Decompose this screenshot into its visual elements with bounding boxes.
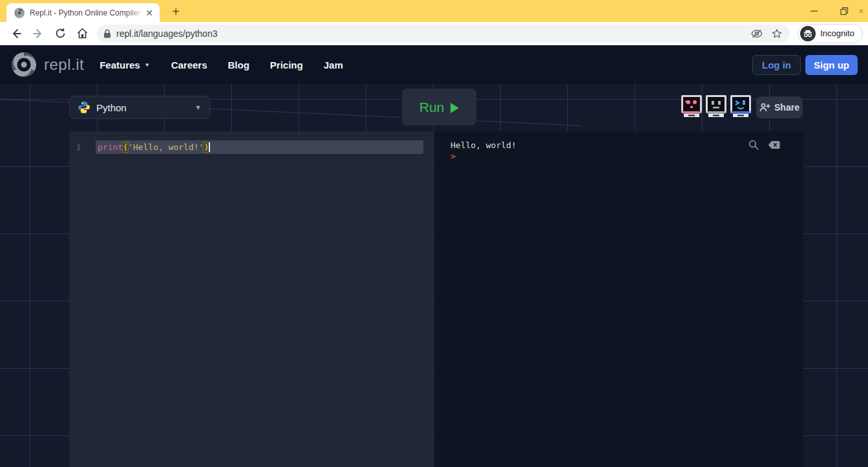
nav-jam-label: Jam xyxy=(324,60,343,71)
play-icon xyxy=(450,103,459,113)
nav-pricing[interactable]: Pricing xyxy=(270,60,303,71)
avatar-wink-face[interactable] xyxy=(730,94,752,118)
replit-swirl-icon xyxy=(10,51,37,78)
language-select[interactable]: Python ▼ xyxy=(69,96,210,119)
tab-strip: Repl.it - Python Online Compiler ✕ + xyxy=(0,0,868,22)
nav-blog-label: Blog xyxy=(228,60,249,71)
window-minimize-icon[interactable] xyxy=(799,0,829,22)
console-actions xyxy=(748,140,780,150)
search-icon[interactable] xyxy=(748,140,759,150)
login-button[interactable]: Log in xyxy=(752,55,801,75)
active-code-line[interactable]: print('Hello, world!') xyxy=(96,140,423,154)
avatar-neutral-face[interactable] xyxy=(705,94,727,118)
forward-icon[interactable] xyxy=(28,24,48,43)
line-number: 1 xyxy=(69,143,96,152)
chevron-down-icon: ▼ xyxy=(144,62,151,68)
browser-tab[interactable]: Repl.it - Python Online Compiler ✕ xyxy=(6,3,160,22)
invite-user-icon xyxy=(759,103,770,112)
incognito-label: Incognito xyxy=(820,28,854,38)
browser-toolbar: repl.it/languages/python3 Incognito xyxy=(0,22,868,45)
incognito-icon xyxy=(800,26,816,41)
console-prompt: > xyxy=(450,151,456,161)
window-controls xyxy=(799,0,868,22)
share-label: Share xyxy=(774,102,799,113)
home-icon[interactable] xyxy=(72,24,92,43)
language-label: Python xyxy=(96,102,127,113)
nav-features-label: Features xyxy=(100,60,140,71)
code-close-paren: ) xyxy=(204,142,209,152)
run-label: Run xyxy=(419,100,445,115)
output-console[interactable]: Hello, world! > xyxy=(434,131,803,467)
eye-blocked-icon[interactable] xyxy=(751,29,763,38)
browser-window: Repl.it - Python Online Compiler ✕ + xyxy=(0,0,868,467)
editor-line-1[interactable]: 1 print('Hello, world!') xyxy=(69,140,433,154)
back-icon[interactable] xyxy=(6,24,26,43)
nav-jam[interactable]: Jam xyxy=(324,60,343,71)
nav-features[interactable]: Features ▼ xyxy=(100,60,150,71)
code-keyword: print xyxy=(98,142,123,152)
code-open-paren: ( xyxy=(123,142,128,152)
text-cursor xyxy=(209,142,210,152)
main-nav: Features ▼ Careers Blog Pricing Jam xyxy=(100,60,343,71)
auth-buttons: Log in Sign up xyxy=(752,55,858,75)
avatar-hearts-face[interactable] xyxy=(681,94,703,118)
tab-close-icon[interactable]: ✕ xyxy=(144,8,154,18)
python-logo-icon xyxy=(78,101,90,114)
url-text: repl.it/languages/python3 xyxy=(116,28,751,39)
language-caret-icon: ▼ xyxy=(195,103,202,111)
nav-blog[interactable]: Blog xyxy=(228,60,249,71)
nav-careers-label: Careers xyxy=(171,60,207,71)
nav-pricing-label: Pricing xyxy=(270,60,303,71)
code-editor[interactable]: 1 print('Hello, world!') xyxy=(69,131,433,467)
site-header: repl.it Features ▼ Careers Blog Pricing … xyxy=(0,45,868,84)
clear-console-icon[interactable] xyxy=(768,140,780,149)
address-bar[interactable]: repl.it/languages/python3 xyxy=(97,25,790,43)
signup-button[interactable]: Sign up xyxy=(805,55,858,75)
share-button[interactable]: Share xyxy=(756,96,803,118)
code-string: 'Hello, world!' xyxy=(128,142,204,152)
brand-name: repl.it xyxy=(44,56,84,74)
lock-icon xyxy=(103,29,111,38)
nav-careers[interactable]: Careers xyxy=(171,60,207,71)
window-restore-icon[interactable] xyxy=(829,0,859,22)
repl-workspace: Python ▼ Run xyxy=(0,84,868,467)
console-output-text: Hello, world! xyxy=(450,140,516,151)
presence-avatars xyxy=(681,94,752,118)
incognito-badge[interactable]: Incognito xyxy=(798,24,863,43)
bookmark-star-icon[interactable] xyxy=(772,28,782,39)
replit-favicon xyxy=(14,8,25,18)
window-close-icon[interactable] xyxy=(859,0,868,22)
replit-logo[interactable]: repl.it xyxy=(10,51,84,78)
tab-title: Repl.it - Python Online Compiler xyxy=(30,8,144,17)
new-tab-button[interactable]: + xyxy=(168,5,184,20)
reload-icon[interactable] xyxy=(50,24,70,43)
run-button[interactable]: Run xyxy=(402,89,476,125)
